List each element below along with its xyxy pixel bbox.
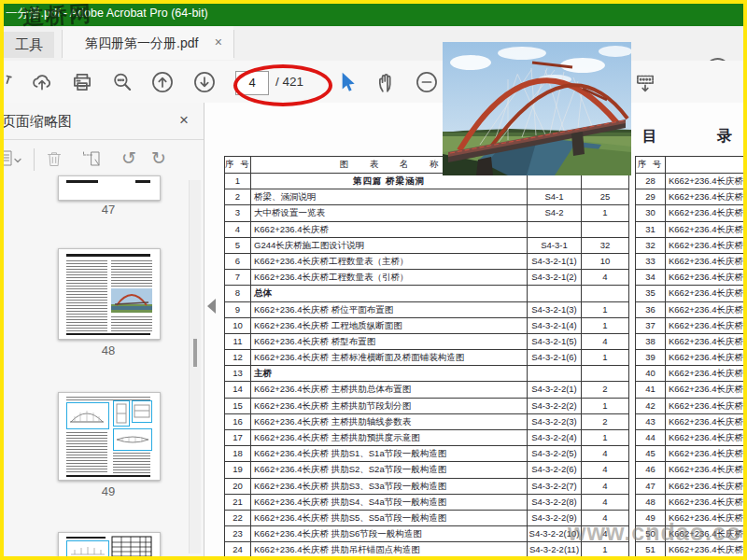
- mini-bridge-image: [111, 288, 152, 313]
- table-row: 7K662+236.4长庆桥工程数量表（引桥）S4-3-2-1(2)4: [225, 270, 629, 286]
- tab-separator: [233, 30, 234, 58]
- table-row: 41K662+236.4长庆桥 主: [636, 382, 747, 398]
- page-thumbnails-panel: 页面缩略图 × ↺ ↻ 47: [0, 103, 204, 556]
- toc-title: 目录: [642, 127, 732, 147]
- table-row: 23K662+236.4长庆桥 拱肋S6节段一般构造图S4-3-2-2(10)4: [225, 526, 629, 542]
- table-row: 45K662+236.4长庆桥 横: [636, 446, 747, 462]
- insert-page-icon[interactable]: [80, 147, 103, 170]
- table-row: 8总体: [225, 286, 629, 301]
- table-row: 33K662+236.4长庆桥 小: [636, 254, 747, 270]
- table-row: 12K662+236.4长庆桥 主桥标准横断面及桥面铺装构造图S4-3-2-1(…: [225, 350, 629, 366]
- table-row: 34K662+236.4长庆桥 拱: [636, 270, 747, 286]
- table-row: 30K662+236.4长庆桥 C: [636, 205, 747, 221]
- hand-tool-icon[interactable]: [374, 70, 399, 94]
- main-toolbar: 4 / 421 •••: [0, 61, 747, 104]
- panel-scrollbar-thumb[interactable]: [193, 339, 197, 367]
- table-row: 47K662+236.4长庆桥 吊: [636, 479, 747, 495]
- table-row: 43K662+236.4长庆桥 桥: [636, 414, 747, 430]
- tab-document[interactable]: 第四册第一分册.pdf ×: [63, 26, 233, 60]
- table-row: 2桥梁、涵洞说明S4-125: [225, 189, 629, 205]
- table-row: 11K662+236.4长庆桥 桥型布置图S4-3-2-1(5)4: [225, 334, 629, 350]
- table-row: 38K662+236.4长庆桥 系: [636, 334, 747, 350]
- rotate-cw-icon[interactable]: ↻: [148, 147, 170, 170]
- table-row: 14K662+236.4长庆桥 主桥拱肋总体布置图S4-3-2-2(1)2: [225, 382, 629, 398]
- thumbnail-toolbar: ↺ ↻: [0, 140, 204, 179]
- right-table-rows: 28K662+236.4长庆桥 A29K662+236.4长庆桥 B30K662…: [636, 174, 747, 559]
- page-total-label: / 421: [275, 75, 303, 89]
- table-row: 13主桥: [225, 366, 629, 382]
- table-row: 18K662+236.4长庆桥 拱肋S1、S1a节段一般构造图S4-3-2-2(…: [225, 446, 629, 462]
- table-row: 15K662+236.4长庆桥 主桥拱肋节段划分图S4-3-2-2(2)1: [225, 399, 629, 414]
- panel-close-icon[interactable]: ×: [179, 111, 189, 130]
- table-row: 31K662+236.4长庆桥 D: [636, 222, 747, 238]
- tab-bar: 工具 第四册第一分册.pdf × ?: [0, 26, 747, 62]
- table-row: 4K662+236.4长庆桥: [225, 222, 629, 238]
- zoom-out-icon[interactable]: [415, 70, 439, 94]
- table-row: 3大中桥设置一览表S4-21: [225, 205, 629, 221]
- table-row: 40K662+236.4长庆桥 主: [636, 366, 747, 382]
- thumbnail-label: 49: [58, 484, 159, 498]
- thumbnail-page-50[interactable]: [58, 532, 161, 557]
- table-row: 24K662+236.4长庆桥 拱肋吊杆锚固点构造图S4-3-2-2(11)1: [225, 542, 629, 558]
- table-row: 5G244长庆桥施工图设计说明S4-3-132: [225, 238, 629, 254]
- tab-document-label: 第四册第一分册.pdf: [85, 35, 198, 52]
- left-table-rows: 1第四篇 桥梁涵洞2桥梁、涵洞说明S4-1253大中桥设置一览表S4-214K6…: [225, 174, 629, 559]
- share-cloud-icon[interactable]: [30, 70, 54, 94]
- table-row: 20K662+236.4长庆桥 拱肋S3、S3a节段一般构造图S4-3-2-2(…: [225, 479, 629, 495]
- title-bar: 一分册.pdf - Adobe Acrobat Pro (64-bit): [0, 0, 747, 26]
- tab-close-icon[interactable]: ×: [215, 35, 222, 49]
- table-row: 9K662+236.4长庆桥 桥位平面布置图S4-3-2-1(3)1: [225, 302, 629, 318]
- table-row: 49K662+236.4长庆桥 主: [636, 511, 747, 526]
- table-row: 35K662+236.4长庆桥 端: [636, 286, 747, 301]
- table-row: 29K662+236.4长庆桥 B: [636, 189, 747, 205]
- print-icon[interactable]: [70, 70, 94, 94]
- previous-page-icon[interactable]: [150, 70, 175, 94]
- thumbnail-page-48[interactable]: [58, 248, 161, 340]
- table-row: 51K662+236.4长庆桥 过: [636, 542, 747, 558]
- table-row: 37K662+236.4长庆桥 端: [636, 318, 747, 334]
- chevron-down-icon[interactable]: [13, 152, 22, 161]
- thumbnail-page-47[interactable]: [58, 175, 161, 201]
- thumbnail-page-49[interactable]: [58, 392, 161, 481]
- table-row: 32K662+236.4长庆桥 中: [636, 238, 747, 254]
- panel-collapse-icon[interactable]: [207, 299, 216, 314]
- clipped-tool-icon[interactable]: [0, 70, 13, 94]
- panel-title: 页面缩略图: [2, 113, 72, 131]
- rotate-ccw-icon[interactable]: ↺: [118, 147, 140, 170]
- table-row: 36K662+236.4长庆桥 端: [636, 302, 747, 318]
- table-row: 42K662+236.4长庆桥 主: [636, 399, 747, 414]
- separator: [34, 148, 35, 171]
- table-row: 19K662+236.4长庆桥 拱肋S2、S2a节段一般构造图S4-3-2-2(…: [225, 462, 629, 478]
- table-row: 16K662+236.4长庆桥 主桥拱肋轴线参数表S4-3-2-2(3)2: [225, 414, 629, 430]
- table-row: 22K662+236.4长庆桥 拱肋S5、S5a节段一般构造图S4-3-2-2(…: [225, 511, 629, 526]
- table-header-row: 序 号: [636, 157, 747, 174]
- page-footer-tool-icon[interactable]: [633, 70, 657, 94]
- search-icon[interactable]: [110, 70, 134, 94]
- next-page-icon[interactable]: [192, 70, 217, 94]
- thumbnail-label: 48: [58, 343, 159, 357]
- table-row: 21K662+236.4长庆桥 拱肋S4、S4a节段一般构造图S4-3-2-2(…: [225, 495, 629, 511]
- table-row: 10K662+236.4长庆桥 工程地质纵断面图S4-3-2-1(4)1: [225, 318, 629, 334]
- select-cursor-icon[interactable]: [334, 70, 359, 94]
- table-row: 28K662+236.4长庆桥 A: [636, 174, 747, 189]
- table-row: 6K662+236.4长庆桥工程数量表（主桥）S4-3-2-1(1)10: [225, 254, 629, 270]
- bridge-photo: [443, 42, 631, 175]
- panel-scrollbar[interactable]: [189, 180, 201, 553]
- table-row: 48K662+236.4长庆桥 主: [636, 495, 747, 511]
- toc-table-right: 序 号 28K662+236.4长庆桥 A29K662+236.4长庆桥 B30…: [635, 156, 747, 559]
- toc-table-left: 序 号 图 表 名 称 图 表 编 号 张 数 1第四篇 桥梁涵洞2桥梁、涵洞说…: [224, 156, 629, 559]
- window-title: 一分册.pdf - Adobe Acrobat Pro (64-bit): [6, 6, 208, 21]
- table-row: 39K662+236.4长庆桥 主: [636, 350, 747, 366]
- delete-page-icon[interactable]: [43, 147, 65, 170]
- tab-tools[interactable]: 工具: [4, 32, 54, 58]
- table-row: 46K662+236.4长庆桥 预: [636, 462, 747, 478]
- table-row: 17K662+236.4长庆桥 主桥拱肋预拱度示意图S4-3-2-2(4)1: [225, 430, 629, 446]
- page-number-input[interactable]: 4: [235, 71, 269, 95]
- table-row: 50K662+236.4长庆桥 过: [636, 526, 747, 542]
- thumbnail-label: 47: [58, 203, 159, 217]
- acrobat-window: 一分册.pdf - Adobe Acrobat Pro (64-bit) 道桥网…: [0, 0, 747, 560]
- table-row: 44K662+236.4长庆桥 剪: [636, 430, 747, 446]
- table-row: 1第四篇 桥梁涵洞: [225, 174, 629, 189]
